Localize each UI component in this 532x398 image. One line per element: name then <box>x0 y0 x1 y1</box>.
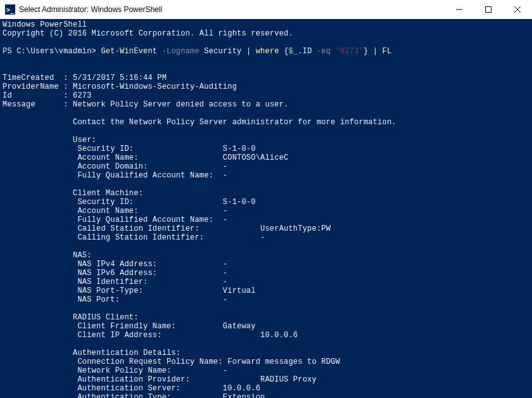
radius-ip: Client IP Address: 10.0.0.6 <box>3 331 298 340</box>
auth-server: Authentication Server: 10.0.0.6 <box>3 384 260 393</box>
time-value: 5/31/2017 5:16:44 PM <box>73 74 167 82</box>
nas-v6: NAS IPv6 Address: - <box>3 269 227 278</box>
header-line: Windows PowerShell <box>3 20 87 29</box>
terminal-output[interactable]: Windows PowerShell Copyright (C) 2016 Mi… <box>0 19 532 398</box>
auth-header: Authentication Details: <box>3 349 180 357</box>
id-value: 6273 <box>73 91 92 100</box>
auth-type: Authentication Type: Extension <box>3 393 265 398</box>
block-open: { <box>279 47 289 56</box>
client-calling: Calling Station Identifier: - <box>3 233 265 242</box>
user-domain: Account Domain: - <box>3 162 227 171</box>
window-titlebar: >_ Select Administrator: Windows PowerSh… <box>0 0 532 19</box>
powershell-icon: >_ <box>5 4 15 15</box>
client-header: Client Machine: <box>3 189 143 198</box>
literal: '6273' <box>331 47 364 56</box>
provider-label: ProviderName : <box>3 82 73 91</box>
radius-header: RADIUS Client: <box>3 313 139 322</box>
nas-port: NAS Port: - <box>3 295 227 304</box>
ps-prompt: PS C:\Users\vmadmin> <box>3 47 101 56</box>
time-label: TimeCreated : <box>3 74 73 82</box>
svg-rect-1 <box>486 7 491 13</box>
pipeline-var: $_ <box>289 47 298 56</box>
id-label: Id : <box>3 91 73 100</box>
client-sid: Security ID: S-1-0-0 <box>3 198 256 207</box>
maximize-button[interactable] <box>474 0 503 19</box>
fl-cmd: FL <box>383 47 392 56</box>
close-button[interactable] <box>503 0 532 19</box>
radius-name: Client Friendly Name: Gateway <box>3 322 256 331</box>
client-fq: Fully Qualified Account Name: - <box>3 215 227 224</box>
message-label: Message : <box>3 100 73 109</box>
nas-header: NAS: <box>3 251 92 260</box>
prop: .ID <box>298 47 317 56</box>
user-sid: Security ID: S-1-0-0 <box>3 144 256 153</box>
cmdlet: Get-WinEvent <box>101 47 157 56</box>
contact-line: Contact the Network Policy Server admini… <box>3 118 396 127</box>
block-close: } | <box>364 47 383 56</box>
message-value: Network Policy Server denied access to a… <box>73 100 288 109</box>
op: -eq <box>317 47 331 56</box>
auth-provider: Authentication Provider: RADIUS Proxy <box>3 375 317 384</box>
auth-crp: Connection Request Policy Name: Forward … <box>3 357 340 366</box>
where-cmd: where <box>256 47 279 56</box>
client-account: Account Name: - <box>3 207 227 215</box>
copyright-line: Copyright (C) 2016 Microsoft Corporation… <box>3 29 293 38</box>
provider-value: Microsoft-Windows-Security-Auditing <box>73 82 237 91</box>
nas-id: NAS Identifier: - <box>3 278 227 286</box>
nas-port-type: NAS Port-Type: Virtual <box>3 286 256 295</box>
user-account: Account Name: CONTOSO\AliceC <box>3 153 288 162</box>
arg: Security | <box>200 47 256 56</box>
minimize-button[interactable] <box>445 0 474 19</box>
nas-v4: NAS IPv4 Address: - <box>3 260 227 269</box>
user-fq: Fully Qualified Account Name: - <box>3 171 227 180</box>
window-controls <box>445 0 532 19</box>
auth-np: Network Policy Name: - <box>3 366 227 375</box>
window-title: Select Administrator: Windows PowerShell <box>19 5 445 14</box>
param: -Logname <box>157 47 200 56</box>
client-called: Called Station Identifier: UserAuthType:… <box>3 224 331 233</box>
user-header: User: <box>3 136 96 144</box>
